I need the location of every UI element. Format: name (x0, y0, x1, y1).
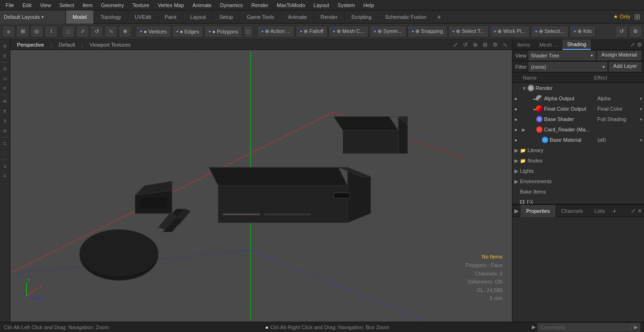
tb-vertices-btn[interactable]: ● ● Vertices (136, 25, 171, 38)
alpha-effect-arrow[interactable]: ▾ (640, 96, 642, 101)
tab-paint[interactable]: Paint (158, 10, 183, 24)
tb-more-btn[interactable]: ↺ (615, 25, 628, 38)
tree-item-render[interactable]: ● ▼ Render (512, 83, 644, 93)
menu-layout[interactable]: Layout (310, 1, 333, 9)
lp-deform[interactable]: D (0, 41, 10, 51)
eye-icon-alpha[interactable]: ● (514, 96, 522, 101)
tab-animate[interactable]: Animate (281, 10, 314, 24)
tree-section-lights[interactable]: ▶ Lights (512, 166, 644, 176)
eye-icon-render[interactable]: ● (514, 86, 522, 91)
vp-icon-fit[interactable]: ⊞ (481, 41, 489, 48)
tree-section-environments[interactable]: ▶ Environments (512, 176, 644, 186)
tb-select-btn[interactable]: □ (62, 25, 75, 38)
tb-lasso-btn[interactable]: ⌇ (44, 25, 58, 38)
tree-item-final-color[interactable]: ● ▶ ▬ Final Color Output Final Color ▾ (512, 104, 644, 114)
tb-grid-btn[interactable]: ⊞ (16, 25, 29, 38)
expand-arrow-card-reader[interactable]: ▶ (522, 127, 528, 132)
add-layout-tab[interactable]: + (433, 11, 445, 23)
tab-render[interactable]: Render (314, 10, 345, 24)
tab-setup[interactable]: Setup (213, 10, 240, 24)
menu-select[interactable]: Select (56, 1, 78, 9)
tree-item-base-material[interactable]: ● ▶ ▬ Base Material (all) ▾ (512, 135, 644, 145)
base-shader-effect-arrow[interactable]: ▾ (640, 117, 642, 122)
tree-item-base-shader[interactable]: ● ▶ ▬ Base Shader Full Shading ▾ (512, 114, 644, 124)
tb-settings-btn[interactable]: ⚙ (629, 25, 642, 38)
tree-section-bake-items[interactable]: ▶ Bake Items (512, 186, 644, 197)
menu-maxtomodo[interactable]: MaxToModo (273, 1, 309, 9)
base-mat-effect-arrow[interactable]: ▾ (640, 138, 642, 143)
tb-falloff-btn[interactable]: ⊕ Falloff (296, 25, 328, 38)
tb-mesh-btn[interactable]: ⊕ Mesh C... (329, 25, 369, 38)
menu-file[interactable]: File (2, 1, 18, 9)
maximize-icon[interactable]: ⊞ (634, 12, 640, 21)
rp-tab-mesh[interactable]: Mesh ... (535, 40, 562, 50)
vp-icon-rotate[interactable]: ↺ (461, 41, 470, 48)
menu-system[interactable]: System (334, 1, 359, 9)
lp-u[interactable]: U (0, 74, 10, 83)
tb-selecti-btn[interactable]: ⊕ Selecti... (531, 25, 569, 38)
viewport[interactable]: Perspective | Default | Viewport Texture… (10, 40, 512, 322)
rp-settings-icon[interactable]: ⚙ (637, 41, 642, 48)
menu-item[interactable]: Item (79, 1, 96, 9)
rp-bottom-tab-add[interactable]: + (612, 207, 616, 215)
lp-dot[interactable]: · (0, 149, 10, 158)
rp-bottom-collapse-icon[interactable]: ▶ (512, 208, 520, 214)
tb-edges-btn[interactable]: ● ● Edges (172, 25, 204, 38)
vp-tab-default[interactable]: Default (55, 41, 79, 49)
lp-f[interactable]: F (0, 171, 10, 181)
rp-bottom-tab-channels[interactable]: Channels (555, 205, 588, 217)
filter-dropdown[interactable]: (none) ▾ (528, 62, 607, 72)
eye-icon-final[interactable]: ● (514, 106, 522, 112)
menu-help[interactable]: Help (360, 1, 378, 9)
menu-vertex-map[interactable]: Vertex Map (154, 1, 188, 9)
lp-dup[interactable]: D (0, 64, 10, 73)
lp-mesh[interactable]: M (0, 97, 10, 106)
tab-topology[interactable]: Topology (94, 10, 128, 24)
lp-c[interactable]: C (0, 139, 10, 148)
vp-icon-settings[interactable]: ⚙ (491, 41, 499, 48)
tab-layout[interactable]: Layout (183, 10, 213, 24)
tree-item-alpha-output[interactable]: ● ▶ ▬ Alpha Output Alpha ▾ (512, 93, 644, 104)
tb-scale-btn[interactable]: ⤡ (104, 25, 117, 38)
tab-scripting[interactable]: Scripting (345, 10, 379, 24)
tb-select-t-btn[interactable]: ⊕ Select T... (448, 25, 489, 38)
assign-material-btn[interactable]: Assign Material (597, 51, 641, 60)
lp-s[interactable]: S (0, 116, 10, 126)
tb-kits-btn[interactable]: ⊕ Kits (570, 25, 596, 38)
menu-geometry[interactable]: Geometry (97, 1, 127, 9)
tb-mode-btn[interactable]: □ (243, 25, 253, 38)
eye-icon-card-reader[interactable]: ● (514, 127, 522, 132)
tb-transform-btn[interactable]: ⊕ (118, 25, 132, 38)
menu-edit[interactable]: Edit (19, 1, 35, 9)
rp-bottom-close-icon[interactable]: ✕ (637, 208, 642, 214)
vp-tab-perspective[interactable]: Perspective (13, 41, 48, 49)
tree-item-card-reader[interactable]: ● ▶ ▬ Card_Reader (Ma... (512, 124, 644, 135)
tb-polygons-btn[interactable]: ● ● Polygons (204, 25, 242, 38)
vp-icon-zoom[interactable]: ⊕ (471, 41, 479, 48)
menu-view[interactable]: View (36, 1, 55, 9)
eye-icon-base-shader[interactable]: ● (514, 117, 522, 122)
rp-expand-icon[interactable]: ⤢ (630, 41, 635, 48)
tb-action-btn[interactable]: ⊕ Action ... (257, 25, 295, 38)
tb-work-pl-btn[interactable]: ⊕ Work Pl... (490, 25, 530, 38)
view-dropdown[interactable]: Shader Tree ▾ (528, 51, 595, 60)
tb-snapping-btn[interactable]: ⊕ Snapping (407, 25, 447, 38)
tab-model[interactable]: Model (66, 10, 94, 24)
menu-render[interactable]: Render (248, 1, 272, 9)
tree-section-fx[interactable]: ▶ 🎞 FX (512, 197, 644, 204)
add-layer-btn[interactable]: Add Layer (609, 62, 641, 72)
tb-move-btn[interactable]: ⤢ (76, 25, 89, 38)
menu-animate[interactable]: Animate (189, 1, 215, 9)
layout-dropdown[interactable]: Default Layouts ▾ (0, 10, 66, 24)
tree-section-nodes[interactable]: ▶ 📁 Nodes (512, 155, 644, 166)
command-go-btn[interactable]: ▶ (632, 323, 640, 332)
lp-uv[interactable]: U (0, 162, 10, 171)
menu-dynamics[interactable]: Dynamics (216, 1, 247, 9)
lp-e2[interactable]: E (0, 106, 10, 116)
vp-tab-viewport-textures[interactable]: Viewport Textures (86, 41, 134, 49)
tb-rotate-btn[interactable]: ↺ (90, 25, 103, 38)
tb-menu-btn[interactable]: ≡ (2, 25, 15, 38)
menu-texture[interactable]: Texture (129, 1, 153, 9)
tab-schematic-fusion[interactable]: Schematic Fusion (379, 10, 433, 24)
tab-uvedit[interactable]: UVEdit (128, 10, 158, 24)
